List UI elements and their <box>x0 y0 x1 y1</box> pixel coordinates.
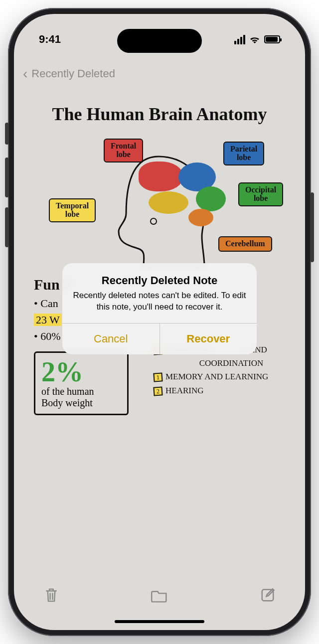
volume-up-button[interactable] <box>5 158 9 197</box>
screen: 9:41 ‹ Recently Deleted The Human Brain … <box>14 14 305 630</box>
recover-button[interactable]: Recover <box>160 323 257 354</box>
power-button[interactable] <box>310 192 314 262</box>
alert-title: Recently Deleted Note <box>72 274 247 287</box>
alert-message: Recently deleted notes can't be edited. … <box>72 290 247 313</box>
mute-switch[interactable] <box>5 123 9 145</box>
cancel-button[interactable]: Cancel <box>62 323 160 354</box>
recover-alert: Recently Deleted Note Recently deleted n… <box>62 263 257 354</box>
phone-frame: 9:41 ‹ Recently Deleted The Human Brain … <box>8 8 311 636</box>
volume-down-button[interactable] <box>5 207 9 247</box>
